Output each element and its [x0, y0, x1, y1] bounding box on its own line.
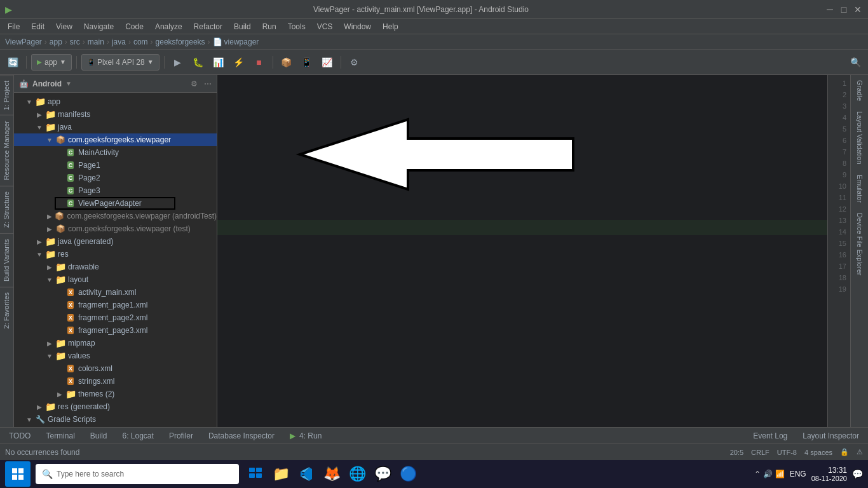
tree-item-fragment-page1[interactable]: X fragment_page1.xml	[14, 299, 217, 311]
tree-item-build-gradle-proj[interactable]: G build.gradle (Project: ViewPager)	[14, 426, 217, 427]
tree-item-java[interactable]: ▼ 📁 java	[14, 121, 217, 133]
tree-item-androidtest[interactable]: ▶ 📦 com.geeksforgeeks.viewpager (android…	[14, 210, 217, 222]
bc-viewpager[interactable]: ViewPager	[5, 37, 42, 46]
tree-item-manifests[interactable]: ▶ 📁 manifests	[14, 108, 217, 121]
tree-item-mainactivity[interactable]: C MainActivity	[14, 146, 217, 159]
tree-item-fragment-page2[interactable]: X fragment_page2.xml	[14, 311, 217, 324]
tree-item-mipmap[interactable]: ▶ 📁 mipmap	[14, 337, 217, 349]
tab-favorites[interactable]: 2: Favorites	[0, 287, 13, 334]
maximize-button[interactable]: □	[839, 4, 849, 15]
sdk-manager[interactable]: 📦	[278, 53, 295, 71]
project-settings[interactable]: ⚙	[191, 79, 198, 88]
tab-run[interactable]: ▶ 4: Run	[286, 430, 325, 442]
tree-item-page2[interactable]: C Page2	[14, 172, 217, 184]
search-button[interactable]: 🔍	[846, 53, 864, 71]
tree-item-res[interactable]: ▼ 📁 res	[14, 248, 217, 261]
tab-gradle[interactable]: Gradle	[853, 75, 866, 106]
menu-navigate[interactable]: Navigate	[79, 21, 119, 32]
tab-build[interactable]: Build	[86, 430, 111, 442]
tab-structure[interactable]: Z: Structure	[0, 186, 13, 233]
tab-device-file-explorer[interactable]: Device File Explorer	[853, 208, 866, 280]
tab-layout-inspector[interactable]: Layout Inspector	[799, 430, 863, 442]
tree-item-java-gen[interactable]: ▶ 📁 java (generated)	[14, 235, 217, 248]
taskbar-extra[interactable]: 🔵	[397, 463, 419, 485]
tab-layout-validation[interactable]: Layout Validation	[853, 106, 866, 170]
bc-main[interactable]: main	[88, 37, 104, 46]
indent-settings[interactable]: 4 spaces	[804, 449, 832, 456]
menu-run[interactable]: Run	[257, 21, 281, 32]
profile-button[interactable]: ⚡	[230, 53, 248, 71]
settings-button[interactable]: ⚙	[346, 53, 363, 71]
tree-item-values[interactable]: ▼ 📁 values	[14, 349, 217, 362]
cursor-position[interactable]: 20:5	[730, 449, 743, 456]
menu-code[interactable]: Code	[120, 21, 149, 32]
taskbar-search-box[interactable]: 🔍 Type here to search	[36, 464, 239, 484]
tree-item-gradle-scripts[interactable]: ▼ 🔧 Gradle Scripts	[14, 413, 217, 426]
taskbar-vs-code[interactable]	[295, 463, 318, 485]
menu-view[interactable]: View	[51, 21, 78, 32]
tree-item-test[interactable]: ▶ 📦 com.geeksforgeeks.viewpager (test)	[14, 222, 217, 235]
avd-manager[interactable]: 📱	[298, 53, 316, 71]
menu-refactor[interactable]: Refactor	[189, 21, 227, 32]
run-with-coverage[interactable]: 📊	[210, 53, 227, 71]
project-expand[interactable]: ⋯	[204, 79, 212, 88]
taskbar-file-explorer[interactable]: 📁	[269, 463, 292, 485]
tab-database-inspector[interactable]: Database Inspector	[205, 430, 278, 442]
tree-item-fragment-page3[interactable]: X fragment_page3.xml	[14, 324, 217, 337]
menu-edit[interactable]: Edit	[26, 21, 50, 32]
tree-item-themes[interactable]: ▶ 📁 themes (2)	[14, 388, 217, 400]
tree-item-layout[interactable]: ▼ 📁 layout	[14, 273, 217, 286]
taskbar-explorer[interactable]	[244, 463, 267, 485]
bc-java[interactable]: java	[112, 37, 126, 46]
run-button[interactable]: ▶	[169, 53, 187, 71]
menu-vcs[interactable]: VCS	[312, 21, 338, 32]
bc-app[interactable]: app	[50, 37, 62, 46]
menu-help[interactable]: Help	[377, 21, 403, 32]
tab-emulator[interactable]: Emulator	[853, 170, 866, 208]
menu-file[interactable]: File	[3, 21, 25, 32]
tree-item-page1[interactable]: C Page1	[14, 159, 217, 172]
taskbar-firefox[interactable]: 🦊	[320, 463, 343, 485]
tab-logcat[interactable]: 6: Logcat	[119, 430, 158, 442]
taskbar-chrome[interactable]: 🌐	[346, 463, 369, 485]
speaker-icon[interactable]: 🔊	[763, 470, 773, 478]
tree-item-strings[interactable]: X strings.xml	[14, 375, 217, 388]
tab-terminal[interactable]: Terminal	[42, 430, 78, 442]
tab-profiler[interactable]: Profiler	[165, 430, 197, 442]
device-dropdown[interactable]: 📱 Pixel 4 API 28 ▼	[81, 54, 159, 71]
taskbar-teams[interactable]: 💬	[371, 463, 394, 485]
tab-project[interactable]: 1: Project	[0, 75, 13, 115]
tree-item-activity-main[interactable]: X activity_main.xml	[14, 286, 217, 299]
tree-item-colors[interactable]: X colors.xml	[14, 362, 217, 375]
tab-todo[interactable]: TODO	[5, 430, 34, 442]
sync-button[interactable]: 🔄	[4, 53, 22, 71]
menu-build[interactable]: Build	[229, 21, 256, 32]
tree-item-drawable[interactable]: ▶ 📁 drawable	[14, 261, 217, 273]
app-dropdown[interactable]: ▶ app ▼	[31, 54, 72, 71]
stop-button[interactable]: ■	[250, 53, 268, 71]
tree-item-app[interactable]: ▼ 📁 app	[14, 95, 217, 108]
menu-analyze[interactable]: Analyze	[150, 21, 187, 32]
tree-item-viewpageradapter[interactable]: C ViewPagerAdapter	[14, 197, 217, 210]
debug-button[interactable]: 🐛	[189, 53, 207, 71]
tab-resource-manager[interactable]: Resource Manager	[0, 115, 13, 186]
tree-item-res-gen[interactable]: ▶ 📁 res (generated)	[14, 400, 217, 413]
tab-build-variants[interactable]: Build Variants	[0, 233, 13, 287]
bc-com[interactable]: com	[133, 37, 148, 46]
language-indicator[interactable]: ENG	[790, 470, 806, 478]
close-button[interactable]: ✕	[853, 4, 863, 15]
bc-src[interactable]: src	[70, 37, 80, 46]
network-icon[interactable]: 📶	[775, 470, 785, 478]
menu-window[interactable]: Window	[339, 21, 376, 32]
start-button[interactable]	[5, 461, 31, 487]
notification-icon[interactable]: 💬	[852, 469, 863, 479]
tree-item-page3[interactable]: C Page3	[14, 184, 217, 197]
bc-viewpager-pkg[interactable]: 📄viewpager	[213, 37, 259, 46]
minimize-button[interactable]: ─	[825, 4, 835, 15]
line-separator[interactable]: CRLF	[751, 449, 770, 456]
charset[interactable]: UTF-8	[777, 449, 797, 456]
bc-geeksforgeeks[interactable]: geeksforgeeks	[156, 37, 205, 46]
tree-item-com-gfg-vp[interactable]: ▼ 📦 com.geeksforgeeks.viewpager	[14, 133, 217, 146]
clock[interactable]: 13:31 08-11-2020	[811, 466, 847, 482]
profiler[interactable]: 📈	[318, 53, 336, 71]
